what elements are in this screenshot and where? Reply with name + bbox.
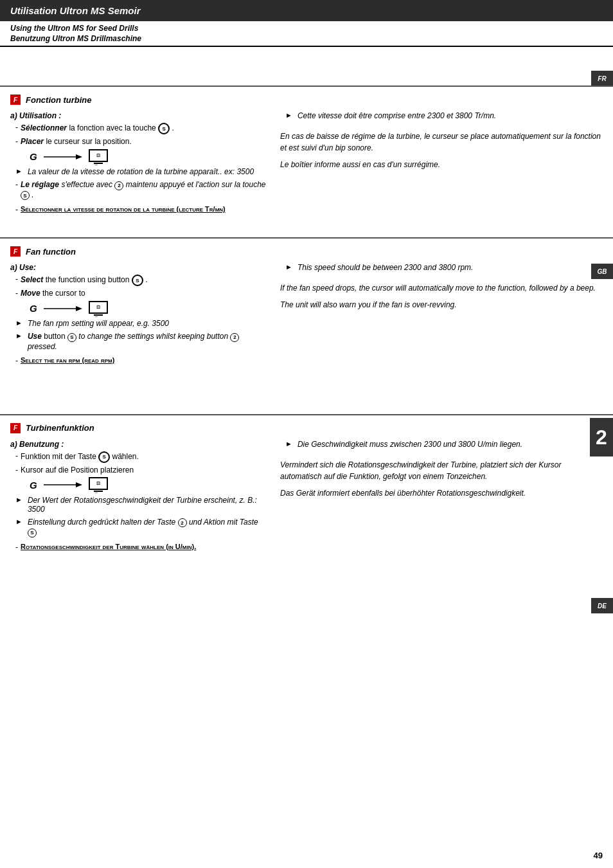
fr-indented-1: ► La valeur de la vitesse de rotation de… (10, 167, 267, 176)
section-gb-title: F Fan function (10, 246, 603, 257)
section-fr-right: ► Cette vitesse doit être comprise entre… (280, 111, 603, 217)
arrow-svg-gb (44, 303, 82, 314)
fr-arrow-diagram: G ⊡ _ (30, 151, 267, 162)
gb-arrow-diagram: G ⊡ _ (30, 303, 267, 314)
screen-icon-fr: ⊡ _ (89, 149, 108, 162)
arrow-svg-de (44, 480, 82, 490)
svg-marker-5 (76, 482, 82, 487)
gb-right-para1: If the fan speed drops, the cursor will … (280, 282, 603, 311)
f-marker-gb: F (10, 246, 21, 257)
icon-s-fr: S (158, 123, 170, 134)
section-gb-left: a) Use: - Select the function using butt… (10, 263, 267, 368)
icon-2-fr: 2 (114, 181, 123, 190)
lang-badge-fr: FR (591, 71, 613, 86)
page-title: Utilisation Ultron MS Semoir (10, 5, 603, 16)
fr-subsection-a: a) Utilisation : (10, 111, 267, 120)
section-gb-inner: a) Use: - Select the function using butt… (10, 263, 603, 368)
icon-s3-gb: S (67, 333, 76, 342)
icon-s-de: S (98, 451, 110, 463)
section-fr: F Fonction turbine a) Utilisation : - Sé… (0, 86, 613, 224)
de-bullet-1: - Funktion mit der Taste S wählen. (10, 451, 267, 463)
section-gb-title-text: Fan function (26, 247, 76, 257)
page-header: Utilisation Ultron MS Semoir (0, 0, 613, 21)
fr-bullet-4: - Sélectionner la vitesse de rotation de… (10, 205, 267, 214)
section-fr-title: F Fonction turbine (10, 95, 603, 105)
subtitle-de: Benutzung Ultron MS Drillmaschine (10, 34, 603, 43)
subtitle-bar: Using the Ultron MS for Seed Drills Benu… (0, 21, 613, 47)
svg-marker-1 (76, 154, 82, 159)
fr-right-para1: En cas de baisse de régime de la turbine… (280, 131, 603, 170)
icon-2-gb: 2 (230, 333, 239, 342)
de-indented-1: ► Der Wert der Rotationsgeschwindigkeit … (10, 496, 267, 514)
section-gb-right: ► This speed should be between 2300 and … (280, 263, 603, 368)
de-subsection-a: a) Benutzung : (10, 440, 267, 449)
de-right-bullet-1: ► Die Geschwindigkeit muss zwischen 2300… (280, 440, 603, 449)
de-right-para1: Vermindert sich die Rotationsgeschwindig… (280, 459, 603, 499)
section-de-title-text: Turbinenfunktion (26, 423, 94, 433)
section-fr-title-text: Fonction turbine (26, 95, 92, 105)
section-de: F Turbinenfunktion a) Benutzung : - Funk… (0, 414, 613, 562)
section-fr-inner: a) Utilisation : - Sélectionner la fonct… (10, 111, 603, 217)
fr-right-bullet-1: ► Cette vitesse doit être comprise entre… (280, 111, 603, 120)
section-de-left: a) Benutzung : - Funktion mit der Taste … (10, 440, 267, 554)
f-marker-de: F (10, 423, 21, 433)
fr-bullet-1: - Sélectionner la fonction avec la touch… (10, 123, 267, 134)
de-bullet-3: - Rotationsgeschwindigkeit der Turbine w… (10, 543, 267, 552)
gb-right-bullet-1: ► This speed should be between 2300 and … (280, 263, 603, 272)
de-bullet-2: - Kursor auf die Position platzieren (10, 466, 267, 475)
icon-s4-de: S (28, 529, 37, 538)
f-marker-fr: F (10, 95, 21, 105)
fr-bullet-3: - Le réglage s'effectue avec 2 maintenu … (10, 180, 267, 200)
lang-badge-de: DE (591, 598, 613, 613)
page-number: 49 (594, 851, 603, 860)
arrow-svg-fr (44, 152, 82, 162)
section-de-right: ► Die Geschwindigkeit muss zwischen 2300… (280, 440, 603, 554)
icon-s2-fr: S (21, 191, 30, 200)
screen-icon-de: ⊡ _ (89, 477, 108, 490)
gb-subsection-a: a) Use: (10, 263, 267, 272)
gb-indented-2: ► Use button S to change the settings wh… (10, 332, 267, 351)
subtitle-en: Using the Ultron MS for Seed Drills (10, 24, 603, 33)
section-gb: F Fan function a) Use: - Select the func… (0, 237, 613, 375)
section-de-title: F Turbinenfunktion (10, 423, 603, 433)
gb-bullet-2: - Move the cursor to (10, 289, 267, 298)
gb-bullet-1: - Select the function using button S . (10, 275, 267, 286)
fr-bullet-2: - Placer le curseur sur la position. (10, 137, 267, 146)
icon-2-de: 2 (178, 518, 187, 527)
de-indented-2: ► Einstellung durch gedrückt halten der … (10, 518, 267, 538)
icon-s-gb: S (132, 275, 143, 286)
svg-marker-3 (76, 306, 82, 311)
de-arrow-diagram: G ⊡ _ (30, 480, 267, 491)
screen-icon-gb: ⊡ _ (89, 301, 108, 314)
section-fr-left: a) Utilisation : - Sélectionner la fonct… (10, 111, 267, 217)
gb-bullet-3: - Select the fan rpm (read rpm) (10, 356, 267, 365)
gb-indented-1: ► The fan rpm setting will appear, e.g. … (10, 319, 267, 328)
section-de-inner: a) Benutzung : - Funktion mit der Taste … (10, 440, 603, 554)
